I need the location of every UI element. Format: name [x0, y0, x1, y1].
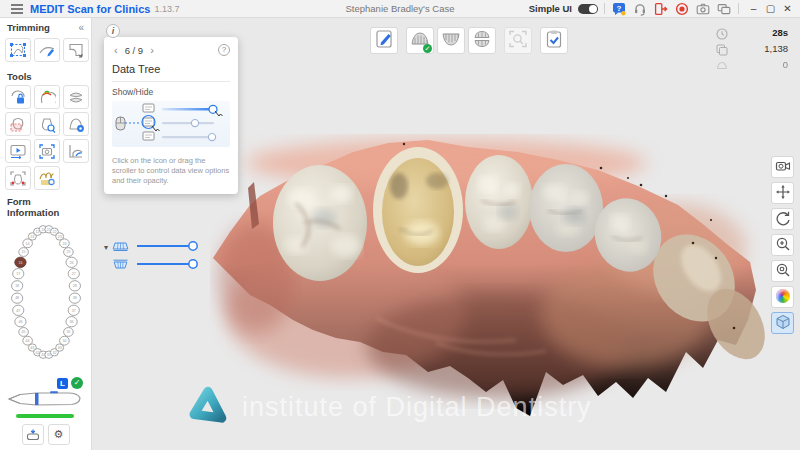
scan-viewport[interactable]: institute of Digital Dentistry i ‹ 6 / 9… — [92, 18, 800, 450]
zoom-fit-tool-button[interactable] — [771, 260, 794, 282]
svg-text:28: 28 — [73, 284, 77, 288]
pan-tool-button[interactable] — [771, 182, 794, 204]
app-window: MEDIT Scan for Clinics 1.13.7 Stephanie … — [0, 0, 800, 450]
scanner-buttons: ⚙ — [0, 424, 91, 445]
prepared-tooth — [373, 147, 463, 273]
area-trim-tool-button[interactable] — [63, 38, 89, 62]
tooth-24[interactable]: 24 — [60, 239, 70, 248]
help-button[interactable]: ? — [218, 44, 230, 56]
color-mode-tool-button[interactable] — [771, 286, 794, 308]
occlusion-scan-button[interactable] — [468, 27, 496, 54]
tooth-47[interactable]: 47 — [13, 305, 24, 315]
data-tree-panel: ▾ — [104, 240, 200, 270]
scanner-settings-button[interactable]: ⚙ — [48, 424, 70, 445]
box-view-tool-button[interactable] — [771, 312, 794, 334]
maxilla-layer-row — [112, 240, 200, 252]
collapse-sidebar-icon[interactable]: « — [78, 22, 84, 33]
svg-text:18: 18 — [15, 284, 19, 288]
scan-done-icon: ✓ — [423, 44, 432, 53]
tooth-chart[interactable]: 1817161514131211212223242526272848474645… — [4, 210, 88, 374]
mandible-layer-row — [112, 258, 200, 270]
maxilla-layer-opacity-slider[interactable] — [134, 240, 200, 252]
maximize-button[interactable]: ▢ — [762, 1, 779, 17]
simple-ui-toggle[interactable] — [578, 4, 598, 14]
scanner-calibration-button[interactable] — [22, 424, 44, 445]
divider — [604, 3, 605, 14]
lock-data-tool-button[interactable] — [5, 85, 31, 109]
svg-text:26: 26 — [70, 261, 74, 265]
tooth-48[interactable]: 48 — [12, 293, 23, 303]
hd-capture-tool-button[interactable] — [5, 166, 31, 190]
tooth-chart-svg: 1817161514131211212223242526272848474645… — [4, 210, 88, 370]
minimize-button[interactable]: – — [745, 1, 762, 17]
color-analysis-tool-button[interactable] — [34, 85, 60, 109]
info-button[interactable]: i — [106, 24, 120, 38]
tooth-26[interactable]: 26 — [66, 257, 77, 267]
exit-session-icon[interactable] — [653, 1, 669, 17]
record-icon[interactable] — [674, 1, 690, 17]
dental-scan-model[interactable] — [196, 128, 771, 423]
help-chat-icon[interactable]: ? — [611, 1, 627, 17]
box-view-icon — [775, 314, 791, 333]
rotate-icon — [775, 210, 791, 229]
app-title: MEDIT Scan for Clinics — [30, 3, 150, 15]
curve-trim-icon — [38, 42, 56, 58]
close-button[interactable]: ✕ — [779, 1, 796, 17]
menu-icon[interactable] — [8, 2, 26, 16]
region-select-tool-button[interactable] — [5, 112, 31, 136]
edit-form-button[interactable] — [370, 27, 398, 54]
dual-monitor-icon[interactable] — [716, 1, 732, 17]
tooth-36[interactable]: 36 — [66, 317, 77, 327]
tooth-27[interactable]: 27 — [68, 269, 79, 279]
tooth-38[interactable]: 38 — [69, 293, 80, 303]
svg-text:47: 47 — [16, 309, 20, 313]
occlusion-analysis-tool-button[interactable] — [63, 85, 89, 109]
prev-page-button[interactable]: ‹ — [112, 44, 120, 56]
svg-text:44: 44 — [26, 339, 30, 343]
remote-support-icon[interactable] — [632, 1, 648, 17]
screenshot-tool-button[interactable] — [34, 139, 60, 163]
mandible-layer-opacity-slider[interactable] — [134, 258, 200, 270]
ai-scan-button[interactable] — [504, 27, 532, 54]
tooth-16[interactable]: 16 — [15, 257, 26, 267]
tooth-18[interactable]: 18 — [12, 281, 23, 291]
arch-adjust-tool-button[interactable] — [63, 112, 89, 136]
tools-header: Tools — [0, 71, 91, 82]
upper-arch-mini-icon[interactable] — [112, 241, 129, 252]
pan-icon — [775, 184, 791, 203]
polygon-selection-tool-button[interactable] — [5, 38, 31, 62]
tooth-15[interactable]: 15 — [19, 248, 29, 257]
window-controls: –▢✕ — [745, 1, 796, 17]
svg-text:24: 24 — [62, 242, 66, 246]
tooth-25[interactable]: 25 — [64, 248, 74, 257]
viewport-capture-button[interactable] — [771, 156, 794, 178]
extra-count: 0 — [716, 58, 788, 70]
replay-tool-button[interactable] — [5, 139, 31, 163]
smile-preview-tool-button[interactable] — [34, 166, 60, 190]
tooth-17[interactable]: 17 — [13, 269, 24, 279]
lower-arch-mini-icon[interactable] — [112, 259, 129, 270]
tooth-34[interactable]: 34 — [60, 336, 70, 345]
maxilla-scan-button[interactable]: ✓ — [406, 27, 434, 54]
mandible-scan-button[interactable] — [437, 27, 465, 54]
data-tree-rows — [112, 240, 200, 270]
rotate-tool-button[interactable] — [771, 208, 794, 230]
margin-line-tool-button[interactable] — [63, 139, 89, 163]
tooth-35[interactable]: 35 — [64, 328, 74, 337]
next-page-button[interactable]: › — [148, 44, 156, 56]
clock-icon — [716, 26, 730, 38]
margin-line-icon — [67, 143, 85, 160]
molar-tooth-2 — [465, 155, 533, 249]
tooth-45[interactable]: 45 — [19, 328, 29, 337]
data-tree-collapse-icon[interactable]: ▾ — [104, 240, 108, 252]
tools-grid — [5, 85, 89, 190]
screen-capture-icon[interactable] — [695, 1, 711, 17]
tooth-46[interactable]: 46 — [15, 317, 26, 327]
tooth-37[interactable]: 37 — [68, 305, 79, 315]
tooth-28[interactable]: 28 — [69, 281, 80, 291]
camera-view-icon — [775, 159, 791, 176]
complete-scan-button[interactable] — [540, 27, 568, 54]
curve-trim-tool-button[interactable] — [34, 38, 60, 62]
crown-check-tool-button[interactable] — [34, 112, 60, 136]
zoom-tool-button[interactable] — [771, 234, 794, 256]
